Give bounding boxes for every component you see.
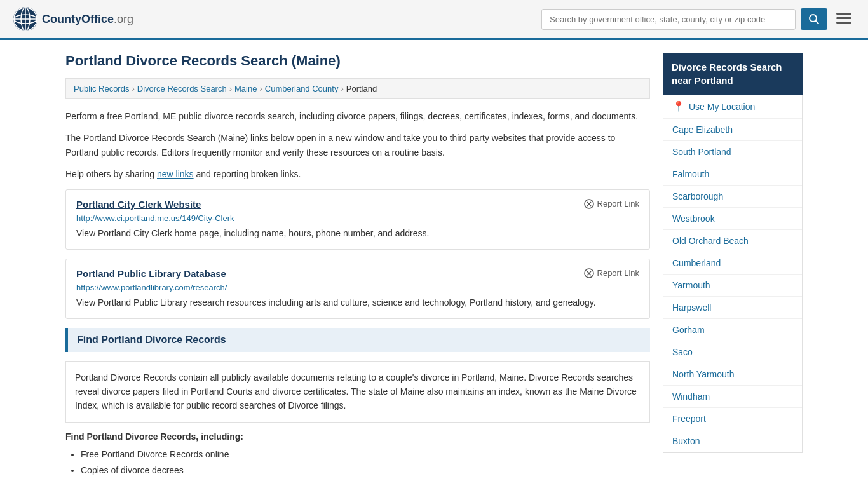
intro3-before: Help others by sharing [65,169,157,179]
intro-text-2: The Portland Divorce Records Search (Mai… [65,131,650,159]
sidebar-title: Divorce Records Search near Portland [663,53,803,95]
header: CountyOffice.org [0,0,868,40]
location-pin-icon: 📍 [672,100,685,112]
report-link-button-0[interactable]: Report Link [584,199,639,209]
svg-rect-8 [836,13,851,15]
main-container: Portland Divorce Records Search (Maine) … [53,40,815,488]
report-icon-0 [584,199,594,209]
new-links-link[interactable]: new links [157,169,194,179]
resource-card-0: Portland City Clerk Website Report Link … [65,189,650,250]
content-area: Portland Divorce Records Search (Maine) … [65,53,650,478]
hamburger-icon [836,13,851,24]
resource-card-1: Portland Public Library Database Report … [65,259,650,319]
sidebar-link-cape-elizabeth[interactable]: Cape Elizabeth [663,119,802,141]
sidebar-link-cumberland[interactable]: Cumberland [663,252,802,274]
sidebar-link-harpswell[interactable]: Harpswell [663,297,802,319]
resource-desc-0: View Portland City Clerk home page, incl… [76,227,639,240]
report-icon-1 [584,268,594,278]
breadcrumb-sep-2: › [229,84,232,93]
resource-title-0[interactable]: Portland City Clerk Website [76,199,201,210]
sidebar-link-westbrook[interactable]: Westbrook [663,208,802,230]
find-records-body: Portland Divorce Records contain all pub… [65,361,650,423]
intro-text-3: Help others by sharing new links and rep… [65,167,650,181]
find-records-header: Find Portland Divorce Records [65,328,650,352]
sidebar-content: 📍 Use My Location Cape Elizabeth South P… [663,95,803,453]
svg-rect-10 [836,22,851,24]
breadcrumb-maine[interactable]: Maine [234,84,257,93]
sidebar-link-scarborough[interactable]: Scarborough [663,186,802,208]
breadcrumb-sep-4: › [341,84,343,93]
sidebar-link-freeport[interactable]: Freeport [663,408,802,430]
intro-text-1: Perform a free Portland, ME public divor… [65,109,650,123]
sidebar-link-saco[interactable]: Saco [663,341,802,363]
logo-text: CountyOffice.org [42,13,133,26]
breadcrumb-cumberland-county[interactable]: Cumberland County [265,84,339,93]
intro3-after: and reporting broken links. [194,169,301,179]
svg-line-7 [816,21,819,24]
search-button[interactable] [801,8,827,30]
list-item-0: Free Portland Divorce Records online [81,447,650,463]
resource-card-header-1: Portland Public Library Database Report … [76,268,639,279]
sidebar-link-gorham[interactable]: Gorham [663,319,802,341]
menu-button[interactable] [832,9,855,30]
resource-url-1: https://www.portlandlibrary.com/research… [76,283,639,292]
breadcrumb: Public Records › Divorce Records Search … [65,78,650,99]
breadcrumb-divorce-records-search[interactable]: Divorce Records Search [137,84,227,93]
use-my-location-item[interactable]: 📍 Use My Location [663,95,802,119]
use-my-location-link[interactable]: Use My Location [689,102,755,112]
sidebar-link-yarmouth[interactable]: Yarmouth [663,274,802,297]
find-records-list: Free Portland Divorce Records online Cop… [65,447,650,478]
search-icon [808,13,820,25]
sidebar-link-buxton[interactable]: Buxton [663,430,802,452]
sidebar-link-south-portland[interactable]: South Portland [663,141,802,163]
resource-card-header-0: Portland City Clerk Website Report Link [76,199,639,210]
search-input[interactable] [541,9,796,30]
breadcrumb-public-records[interactable]: Public Records [74,84,129,93]
list-item-1: Copies of divorce decrees [81,463,650,478]
sidebar-link-old-orchard-beach[interactable]: Old Orchard Beach [663,230,802,252]
sidebar-link-north-yarmouth[interactable]: North Yarmouth [663,363,802,386]
page-title: Portland Divorce Records Search (Maine) [65,53,650,69]
search-area [541,8,855,30]
logo-area: CountyOffice.org [13,6,133,32]
find-records-subtitle: Find Portland Divorce Records, including… [65,431,650,442]
breadcrumb-sep-3: › [259,84,262,93]
resource-url-0: http://www.ci.portland.me.us/149/City-Cl… [76,214,639,223]
svg-rect-9 [836,17,851,19]
find-records-paragraph: Portland Divorce Records contain all pub… [75,370,641,413]
breadcrumb-portland: Portland [346,84,377,93]
sidebar: Divorce Records Search near Portland 📍 U… [663,53,803,478]
sidebar-link-falmouth[interactable]: Falmouth [663,163,802,186]
resource-desc-1: View Portland Public Library research re… [76,296,639,309]
breadcrumb-sep-1: › [132,84,134,93]
report-link-button-1[interactable]: Report Link [584,268,639,278]
sidebar-link-windham[interactable]: Windham [663,386,802,408]
logo-icon [13,6,38,32]
resource-title-1[interactable]: Portland Public Library Database [76,268,226,279]
